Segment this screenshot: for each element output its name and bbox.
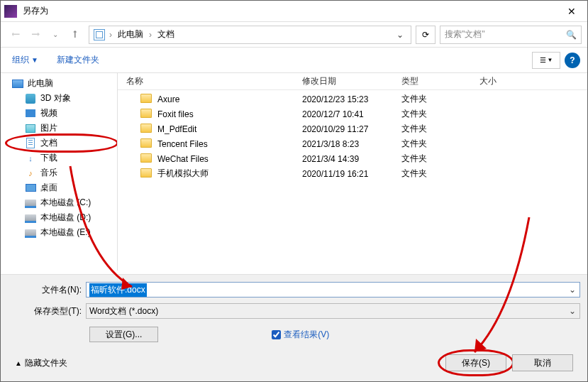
chevron-up-icon: ▲ <box>15 359 22 367</box>
file-date: 2021/3/4 14:39 <box>302 154 401 164</box>
col-date[interactable]: 修改日期 <box>302 75 401 87</box>
search-icon: 🔍 <box>566 30 577 40</box>
file-row[interactable]: 手机模拟大师2020/11/19 16:21文件夹 <box>118 166 587 181</box>
file-name: WeChat Files <box>157 154 302 164</box>
file-type: 文件夹 <box>401 168 479 180</box>
annotation-arrow-1 <box>65 160 157 295</box>
crumb-documents[interactable]: 文档 <box>156 28 176 40</box>
file-row[interactable]: WeChat Files2021/3/4 14:39文件夹 <box>118 151 587 166</box>
back-button[interactable]: 🠔 <box>6 26 25 44</box>
chevron-right-icon: › <box>106 30 115 40</box>
view-options-button[interactable]: ☰▼ <box>532 52 560 69</box>
tree-pictures[interactable]: 图片 <box>1 121 117 136</box>
organize-button[interactable]: 组织▼ <box>8 51 43 69</box>
hide-folders-toggle[interactable]: ▲ 隐藏文件夹 <box>15 357 67 369</box>
file-row[interactable]: Tencent Files2021/3/18 8:23文件夹 <box>118 136 587 151</box>
forward-button[interactable]: 🠖 <box>26 26 45 44</box>
file-name: M_PdfEdit <box>157 124 302 134</box>
column-headers: 名称 修改日期 类型 大小 <box>118 73 587 90</box>
col-size[interactable]: 大小 <box>479 75 587 87</box>
tree-3d-objects[interactable]: 3D 对象 <box>1 91 117 106</box>
view-result-checkbox[interactable]: 查看结果(V) <box>272 329 329 341</box>
address-bar[interactable]: › 此电脑 › 文档 ⌄ <box>89 26 411 44</box>
file-date: 2020/12/23 15:23 <box>302 94 401 104</box>
close-button[interactable]: ✕ <box>555 1 587 22</box>
file-type: 文件夹 <box>401 108 479 120</box>
window-title: 另存为 <box>23 5 555 17</box>
chevron-right-icon: › <box>146 30 155 40</box>
search-input[interactable]: 搜索"文档" 🔍 <box>440 26 582 44</box>
file-date: 2021/3/18 8:23 <box>302 139 401 149</box>
annotation-arrow-2 <box>440 214 547 363</box>
tree-videos[interactable]: 视频 <box>1 106 117 121</box>
toolbar: 组织▼ 新建文件夹 ☰▼ ? <box>1 48 587 73</box>
view-result-input[interactable] <box>272 330 281 339</box>
folder-icon <box>140 138 152 148</box>
up-button[interactable]: 🠕 <box>66 26 84 44</box>
folder-icon <box>140 94 152 103</box>
settings-button[interactable]: 设置(G)... <box>89 327 158 342</box>
location-icon <box>94 29 105 40</box>
recent-dropdown[interactable]: ⌄ <box>46 26 65 44</box>
file-date: 2020/11/19 16:21 <box>302 169 401 179</box>
file-type: 文件夹 <box>401 153 479 165</box>
tree-this-pc[interactable]: 此电脑 <box>1 76 117 91</box>
refresh-button[interactable]: ⟳ <box>416 26 436 44</box>
file-name: 手机模拟大师 <box>157 168 302 180</box>
filetype-label: 保存类型(T): <box>8 305 86 317</box>
help-button[interactable]: ? <box>565 53 580 68</box>
filename-dropdown-icon[interactable]: ⌄ <box>567 284 578 295</box>
folder-icon <box>140 109 152 118</box>
nav-bar: 🠔 🠖 ⌄ 🠕 › 此电脑 › 文档 ⌄ ⟳ 搜索"文档" 🔍 <box>1 22 587 48</box>
tree-documents[interactable]: 文档 <box>1 136 117 151</box>
file-name: Tencent Files <box>157 139 302 149</box>
file-row[interactable]: Foxit files2020/12/7 10:41文件夹 <box>118 107 587 121</box>
app-icon <box>4 5 17 18</box>
svg-marker-0 <box>121 278 132 290</box>
file-type: 文件夹 <box>401 123 479 135</box>
file-type: 文件夹 <box>401 93 479 105</box>
filetype-dropdown-icon[interactable]: ⌄ <box>567 305 578 317</box>
folder-icon <box>140 124 152 133</box>
address-dropdown-icon[interactable]: ⌄ <box>394 30 406 40</box>
chevron-down-icon: ▼ <box>31 56 38 64</box>
file-row[interactable]: Axure2020/12/23 15:23文件夹 <box>118 92 587 107</box>
new-folder-button[interactable]: 新建文件夹 <box>52 51 104 69</box>
col-name[interactable]: 名称 <box>126 75 302 87</box>
crumb-this-pc[interactable]: 此电脑 <box>116 28 145 40</box>
file-name: Axure <box>157 94 302 104</box>
col-type[interactable]: 类型 <box>401 75 479 87</box>
file-date: 2020/12/7 10:41 <box>302 109 401 119</box>
file-type: 文件夹 <box>401 138 479 150</box>
file-date: 2020/10/29 11:27 <box>302 124 401 134</box>
search-placeholder: 搜索"文档" <box>445 28 485 40</box>
file-row[interactable]: M_PdfEdit2020/10/29 11:27文件夹 <box>118 121 587 136</box>
title-bar: 另存为 ✕ <box>1 1 587 22</box>
file-list: Axure2020/12/23 15:23文件夹Foxit files2020/… <box>118 90 587 181</box>
file-name: Foxit files <box>157 109 302 119</box>
